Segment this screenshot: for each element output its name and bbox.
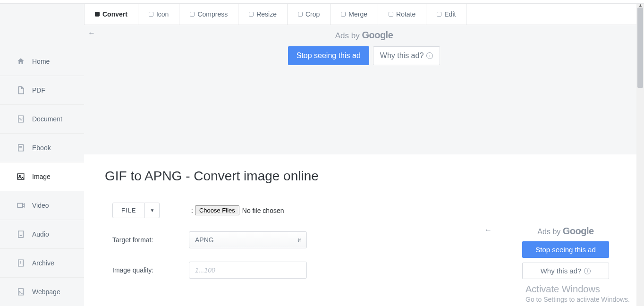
image-quality-input[interactable] (189, 262, 307, 279)
archive-icon (16, 258, 25, 268)
ebook-icon (16, 143, 25, 153)
tab-label: Icon (156, 10, 169, 18)
ads-byline: Ads by Google (84, 30, 644, 41)
tab-label: Rotate (396, 10, 415, 18)
ads-by-text: Ads by (537, 228, 560, 236)
scrollbar-thumb[interactable] (637, 8, 643, 88)
sidebar-item-image[interactable]: Image (0, 162, 84, 191)
video-icon (16, 201, 25, 210)
target-format-label: Target format: (112, 236, 189, 244)
tab-icon[interactable]: Icon (138, 4, 179, 25)
ads-by-text: Ads by (335, 31, 360, 40)
sidebar-item-ebook[interactable]: Ebook (0, 134, 84, 162)
image-icon (16, 172, 25, 181)
tab-label: Edit (444, 10, 456, 18)
tab-label: Convert (102, 10, 127, 18)
sidebar-item-label: Document (32, 115, 62, 123)
google-logo: Google (362, 30, 393, 40)
tab-label: Compress (197, 10, 228, 18)
scrollbar-track[interactable]: ▲ (636, 4, 644, 306)
sidebar-item-document[interactable]: W Document (0, 105, 84, 134)
sidebar-item-label: Webpage (32, 288, 60, 296)
sidebar-item-label: Video (32, 202, 49, 209)
activate-windows-title: Activate Windows (525, 284, 630, 295)
file-label-wrap: FILE ▼ (112, 203, 189, 218)
activate-windows-sub: Go to Settings to activate Windows. (525, 296, 630, 303)
tabs-bar: Convert Icon Compress Resize Crop Merge … (84, 4, 644, 25)
checkbox-icon (190, 12, 195, 17)
svg-rect-5 (17, 174, 24, 179)
home-icon (16, 57, 25, 66)
scroll-up-icon[interactable]: ▲ (638, 3, 643, 8)
tab-merge[interactable]: Merge (330, 4, 378, 25)
sidebar-item-label: Ebook (32, 144, 51, 152)
tab-convert[interactable]: Convert (85, 4, 138, 25)
side-ad-area: ← Ads by Google Stop seeing this ad Why … (500, 222, 632, 282)
checkbox-icon (341, 12, 346, 17)
tab-resize[interactable]: Resize (238, 4, 288, 25)
tab-edit[interactable]: Edit (426, 4, 466, 25)
why-ad-label: Why this ad? (380, 51, 424, 60)
choose-files-button[interactable]: Choose Files (195, 205, 239, 215)
document-icon: W (16, 114, 25, 124)
tab-rotate[interactable]: Rotate (378, 4, 426, 25)
top-ad-area: ← Ads by Google Stop seeing this ad Why … (84, 25, 644, 154)
stop-seeing-ad-button[interactable]: Stop seeing this ad (522, 241, 609, 258)
tab-label: Crop (305, 10, 320, 18)
checkbox-icon (298, 12, 303, 17)
why-ad-label: Why this ad? (541, 267, 582, 275)
checkbox-icon (249, 12, 254, 17)
svg-rect-11 (18, 289, 24, 295)
info-icon: i (426, 52, 433, 59)
arrow-left-icon[interactable]: ← (88, 29, 95, 37)
checkbox-icon (95, 12, 100, 17)
info-icon: i (584, 268, 591, 274)
ads-byline: Ads by Google (505, 226, 626, 237)
audio-icon (16, 230, 25, 239)
tab-compress[interactable]: Compress (179, 4, 238, 25)
svg-rect-8 (18, 231, 24, 238)
svg-text:W: W (19, 118, 23, 121)
no-file-chosen-text: No file chosen (242, 207, 284, 214)
arrow-left-icon[interactable]: ← (484, 226, 492, 234)
file-colon: : (191, 206, 193, 215)
target-format-select[interactable]: APNG (189, 231, 307, 248)
checkbox-icon (149, 12, 153, 17)
sidebar-item-home[interactable]: Home (0, 47, 84, 76)
page-title: GIF to APNG - Convert image online (105, 169, 623, 184)
why-this-ad-button[interactable]: Why this ad? i (522, 263, 609, 279)
checkbox-icon (389, 12, 393, 17)
svg-rect-7 (17, 204, 23, 208)
sidebar-item-archive[interactable]: Archive (0, 249, 84, 278)
sidebar-item-label: Home (32, 58, 50, 65)
image-quality-label: Image quality: (112, 266, 189, 274)
file-source-dropdown[interactable]: ▼ (145, 203, 160, 218)
sidebar-item-label: Audio (32, 230, 49, 238)
checkbox-icon (437, 12, 441, 17)
sidebar-item-label: Image (32, 173, 51, 180)
sidebar-item-webpage[interactable]: Webpage (0, 278, 84, 306)
webpage-icon (16, 287, 25, 297)
tab-crop[interactable]: Crop (288, 4, 330, 25)
why-this-ad-button[interactable]: Why this ad? i (373, 46, 440, 65)
sidebar-item-video[interactable]: Video (0, 191, 84, 220)
tab-label: Merge (348, 10, 367, 18)
stop-seeing-ad-button[interactable]: Stop seeing this ad (288, 46, 369, 65)
top-strip (0, 0, 644, 4)
google-logo: Google (563, 226, 594, 236)
sidebar-item-label: PDF (32, 86, 45, 94)
pdf-icon (16, 85, 25, 95)
sidebar-item-label: Archive (32, 259, 54, 267)
sidebar-item-pdf[interactable]: PDF (0, 76, 84, 105)
activate-windows-watermark: Activate Windows Go to Settings to activ… (525, 284, 630, 303)
tab-label: Resize (256, 10, 277, 18)
sidebar-item-audio[interactable]: Audio (0, 220, 84, 249)
sidebar: Home PDF W Document Ebook Image (0, 4, 84, 306)
